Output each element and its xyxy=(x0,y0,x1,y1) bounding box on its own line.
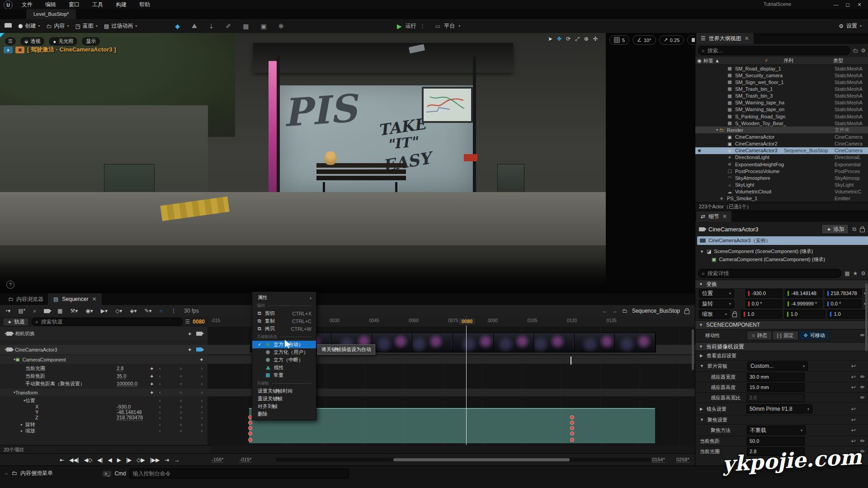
add-key-plus-icon[interactable]: ＋ xyxy=(149,389,154,396)
cinematics-button[interactable]: ▤过场动画▾ xyxy=(104,22,137,30)
next-keyframe-icon[interactable]: › xyxy=(201,428,203,433)
lens-revert-icon[interactable]: ↩ xyxy=(851,406,856,412)
track-value[interactable]: 35.0 xyxy=(117,373,126,379)
prev-keyframe-icon[interactable]: ‹ xyxy=(159,398,160,403)
camera-settings-section-header[interactable]: ▼当前摄像机设置 xyxy=(695,342,868,351)
next-keyframe-icon[interactable]: › xyxy=(201,415,203,420)
paint-mode-icon[interactable]: ✐ xyxy=(226,23,231,30)
outliner-row[interactable]: ▾🗀Render文件夹 xyxy=(695,127,868,133)
keyframe-dot[interactable] xyxy=(570,426,574,430)
favorites-icon[interactable]: ★ xyxy=(853,270,858,277)
jump-start-icon[interactable]: ⇤ xyxy=(60,457,64,463)
track-row-Y[interactable]: Y-48.148148‹○› xyxy=(0,409,208,415)
outliner-search-input[interactable]: ⌕ 搜索... xyxy=(698,46,850,55)
camera-icon[interactable] xyxy=(196,332,202,336)
outliner-tab[interactable]: ☰ 世界大纲视图 ✕ xyxy=(696,33,754,44)
filmback-dropdown[interactable]: Custom...▾ xyxy=(747,361,808,371)
next-key-icon[interactable]: ◇▶ xyxy=(137,457,145,463)
mobility-brush-icon[interactable]: ✏ xyxy=(860,332,865,338)
focal-length-field[interactable]: 50.0 xyxy=(747,437,805,446)
keyframe-dot[interactable] xyxy=(570,421,574,425)
current-frame-field[interactable]: 0080 xyxy=(193,319,205,325)
sensor-width-revert-icon[interactable]: ↩ xyxy=(851,374,856,380)
add-keyframe-icon[interactable]: ○ xyxy=(179,390,182,395)
viewport-options-icon[interactable]: ☰ xyxy=(5,37,16,46)
scale-tool-icon[interactable]: ⤢ xyxy=(575,36,580,42)
outliner-row[interactable]: ◠SkyAtmosphereSkyAtmosp xyxy=(695,174,868,181)
grid-snap-button[interactable]: 5 xyxy=(609,35,629,45)
save-icon[interactable] xyxy=(5,23,12,29)
sensor-height-field[interactable]: 15.0 mm xyxy=(747,383,805,392)
track-search-input[interactable]: ⌕ 搜索轨道 xyxy=(32,318,183,326)
add-track-plus-icon[interactable]: ＋ xyxy=(187,346,192,353)
menu-properties[interactable]: 属性› xyxy=(252,294,316,301)
focus-method-dropdown[interactable]: 不重载▾ xyxy=(747,426,806,435)
camera-swap-icon[interactable] xyxy=(196,347,202,352)
outliner-row[interactable]: ▩SM_Road_display_1StaticMeshA xyxy=(695,65,868,72)
track-chevron-icon[interactable]: ▾ xyxy=(0,399,25,403)
sensor-width-brush-icon[interactable]: ✏ xyxy=(860,374,865,380)
play-forward-icon[interactable]: ▶ xyxy=(117,457,121,463)
add-keyframe-icon[interactable]: ○ xyxy=(179,374,182,379)
track-row-Z[interactable]: Z218.783478‹○› xyxy=(0,415,208,420)
details-settings-icon[interactable]: ⚙ xyxy=(861,270,866,277)
step-forward-icon[interactable]: |▶ xyxy=(126,457,132,463)
menu-interp-4[interactable]: 常量 xyxy=(252,371,316,379)
scale-x-field[interactable]: 1.0 xyxy=(741,310,782,319)
add-keyframe-icon[interactable]: ○ xyxy=(179,428,182,433)
next-keyframe-icon[interactable]: › xyxy=(201,366,203,371)
focal-revert-icon[interactable]: ↩ xyxy=(851,438,856,444)
next-keyframe-icon[interactable]: › xyxy=(201,398,203,403)
timeline-scrollbar-thumb[interactable] xyxy=(393,458,570,461)
view-mode-button[interactable]: ●无光照 xyxy=(48,37,78,46)
loop-icon[interactable]: → xyxy=(174,457,179,463)
menu-interp-2[interactable]: 立方（中断） xyxy=(252,356,316,364)
scene-component-node[interactable]: ▼◪ SceneComponent (SceneComponent) (继承) xyxy=(700,248,813,255)
display-filter-icon[interactable]: ▦ xyxy=(844,270,849,277)
prev-shot-icon[interactable]: ◀◀| xyxy=(69,457,79,463)
menu-interp-1[interactable]: 立方化（用户） xyxy=(252,348,316,356)
add-key-plus-icon[interactable]: ＋ xyxy=(149,373,154,380)
outliner-row[interactable]: ◉▣CineCameraActor3Sequence_BusStopCineCa… xyxy=(695,147,868,154)
keyframe-dot[interactable] xyxy=(570,432,574,436)
jump-end-icon[interactable]: ⇥ xyxy=(165,457,169,463)
keyframe-dot[interactable] xyxy=(570,438,574,442)
visibility-column-icon[interactable]: ◉ xyxy=(695,58,703,64)
help-icon[interactable]: ? xyxy=(6,281,14,289)
mobility-stationary-button[interactable]: [·]固定 xyxy=(772,331,799,340)
track-row-CameraComponent[interactable]: ▾▣CameraComponent＋ xyxy=(0,355,695,364)
nav-back-icon[interactable]: ← xyxy=(602,308,608,314)
add-track-plus-icon[interactable]: ＋ xyxy=(199,356,204,363)
playback-options-icon[interactable]: ▶▾ xyxy=(101,308,108,314)
menu-4[interactable]: 构建 xyxy=(116,1,127,9)
brush-mode-icon[interactable]: ▣ xyxy=(260,23,266,30)
timeline-scrollbar-track[interactable] xyxy=(276,458,651,462)
transform-section-header[interactable]: ▼变换 xyxy=(695,280,868,289)
filmback-revert-icon[interactable]: ↩ xyxy=(851,363,856,369)
outliner-row[interactable]: ▢PostProcessVolumePostProces xyxy=(695,168,868,174)
range-out-field[interactable]: 0164* xyxy=(652,457,665,463)
next-shot-icon[interactable]: |▶▶ xyxy=(150,457,160,463)
add-keyframe-icon[interactable]: ○ xyxy=(179,381,182,386)
sensor-height-revert-icon[interactable]: ↩ xyxy=(851,384,856,390)
rotation-x-field[interactable]: 0.0 ° xyxy=(745,300,783,308)
create-button[interactable]: ⬢创建▾ xyxy=(18,22,40,30)
range-start-field[interactable]: -166* xyxy=(212,457,223,463)
mobility-movable-button[interactable]: ✥可移动 xyxy=(798,331,830,340)
content-drawer-button[interactable]: ︿ 🗀 内容侧滑菜单 xyxy=(5,468,53,479)
rotation-dropdown[interactable]: 旋转▾ xyxy=(699,300,734,308)
outliner-settings-icon[interactable]: ⚙ xyxy=(861,47,866,54)
content-button[interactable]: 🗀内容▾ xyxy=(47,22,69,30)
maximize-button[interactable]: ◻ xyxy=(842,1,854,8)
rotate-tool-icon[interactable]: ⟳ xyxy=(566,36,571,42)
range-in-field[interactable]: -015* xyxy=(240,457,251,463)
menu-rekey[interactable]: 重设关键帧 xyxy=(252,395,316,403)
outliner-row[interactable]: ▩SM_Security_cameraStaticMeshA xyxy=(695,72,868,79)
menu-set-key-time[interactable]: 设置关键帧时间 xyxy=(252,387,316,395)
level-tab[interactable]: Level_BusStop* xyxy=(26,9,76,19)
menu-delete[interactable]: 删除 xyxy=(252,410,316,418)
menu-snap-to-frame[interactable]: 对齐到帧 xyxy=(252,403,316,410)
outliner-row[interactable]: ▣CineCameraActor2CineCamera xyxy=(695,141,868,147)
next-keyframe-icon[interactable]: › xyxy=(201,404,203,409)
outliner-row[interactable]: ☼SkyLightSkyLight xyxy=(695,182,868,188)
